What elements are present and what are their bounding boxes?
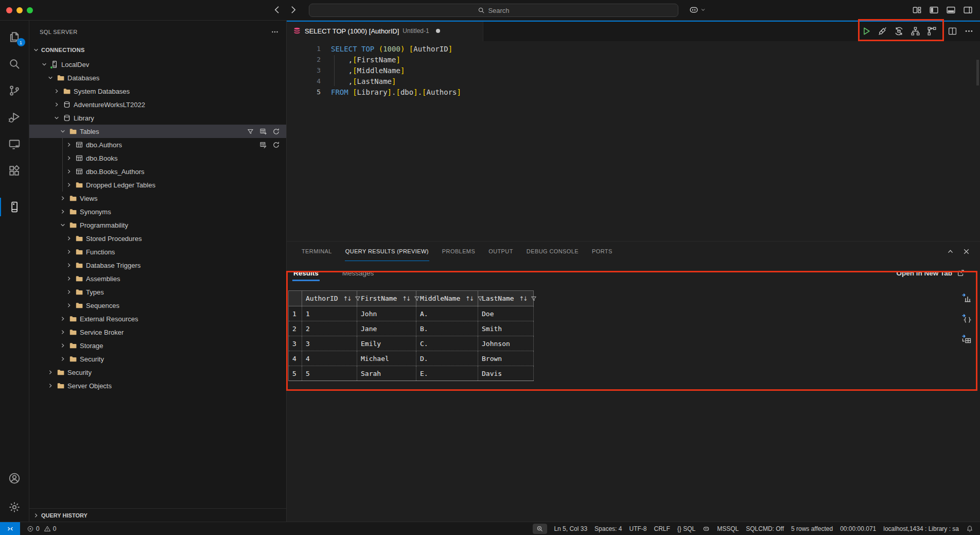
zoom-status-button[interactable] bbox=[533, 524, 547, 534]
open-in-new-tab-button[interactable]: Open in New Tab bbox=[896, 269, 965, 278]
tree-item-security-db[interactable]: Security bbox=[29, 352, 286, 366]
chevron-up-icon[interactable] bbox=[946, 247, 955, 256]
tree-item-functions[interactable]: Functions bbox=[29, 245, 286, 258]
back-arrow-icon[interactable] bbox=[272, 5, 282, 15]
tree-item-library[interactable]: Library bbox=[29, 111, 286, 125]
tree-item-dbo-books[interactable]: dbo.Books bbox=[29, 151, 286, 165]
tab-results[interactable]: Results bbox=[292, 266, 320, 280]
sort-icon[interactable]: ↑↓ bbox=[402, 295, 410, 302]
indentation-status[interactable]: Spaces: 4 bbox=[594, 525, 622, 532]
column-header-lastname[interactable]: LastName↑↓ bbox=[478, 291, 534, 306]
tab-ports[interactable]: PORTS bbox=[591, 241, 613, 261]
rows-affected-status[interactable]: 5 rows affected bbox=[791, 525, 833, 532]
refresh-icon[interactable] bbox=[272, 141, 280, 149]
tree-item-external-resources[interactable]: External Resources bbox=[29, 312, 286, 325]
filter-icon[interactable] bbox=[247, 128, 254, 135]
sort-icon[interactable]: ↑↓ bbox=[519, 295, 527, 302]
tree-item-system-databases[interactable]: System Databases bbox=[29, 84, 286, 98]
query-history-section-header[interactable]: QUERY HISTORY bbox=[29, 508, 286, 522]
tree-item-server-objects[interactable]: Server Objects bbox=[29, 379, 286, 392]
edit-table-icon[interactable] bbox=[259, 141, 267, 149]
copilot-status[interactable] bbox=[703, 525, 710, 532]
change-connection-button[interactable] bbox=[894, 26, 904, 36]
tab-output[interactable]: OUTPUT bbox=[488, 241, 514, 261]
split-editor-button[interactable] bbox=[948, 26, 957, 36]
tree-item-service-broker[interactable]: Service Broker bbox=[29, 325, 286, 339]
command-center-search[interactable]: Search bbox=[309, 4, 678, 17]
show-chart-icon[interactable] bbox=[961, 292, 972, 303]
cursor-position-status[interactable]: Ln 5, Col 33 bbox=[554, 525, 587, 532]
tree-item-localdev[interactable]: LocalDev bbox=[29, 58, 286, 71]
save-as-json-icon[interactable] bbox=[961, 313, 972, 323]
toggle-sidebar-right-icon[interactable] bbox=[963, 5, 973, 15]
sqlcmd-status[interactable]: SQLCMD: Off bbox=[746, 525, 784, 532]
disconnect-button[interactable] bbox=[878, 26, 887, 36]
accounts-button[interactable] bbox=[0, 465, 29, 492]
tree-item-dbo-authors[interactable]: dbo.Authors bbox=[29, 138, 286, 151]
tree-item-synonyms[interactable]: Synonyms bbox=[29, 205, 286, 218]
language-mode-status[interactable]: {} SQL bbox=[677, 525, 695, 532]
column-header-firstname[interactable]: FirstName↑↓ bbox=[357, 291, 416, 306]
editor-scrollbar[interactable] bbox=[976, 60, 979, 85]
tab-terminal[interactable]: TERMINAL bbox=[301, 241, 332, 261]
editor-tab-untitled-1[interactable]: SELECT TOP (1000) [AuthorID] Untitled-1 bbox=[287, 21, 483, 41]
query-time-status[interactable]: 00:00:00.071 bbox=[840, 525, 876, 532]
column-header-authorid[interactable]: AuthorID↑↓ bbox=[302, 291, 357, 306]
connection-status[interactable]: localhost,1434 : Library : sa bbox=[883, 525, 959, 532]
tree-item-security-server[interactable]: Security bbox=[29, 366, 286, 379]
forward-arrow-icon[interactable] bbox=[288, 5, 299, 15]
search-activity-button[interactable] bbox=[0, 50, 29, 77]
tree-item-dbo-books-authors[interactable]: dbo.Books_Authors bbox=[29, 165, 286, 178]
tree-item-databases[interactable]: Databases bbox=[29, 71, 286, 84]
tree-item-storage[interactable]: Storage bbox=[29, 339, 286, 352]
actual-plan-button[interactable] bbox=[927, 26, 937, 36]
sort-icon[interactable]: ↑↓ bbox=[343, 295, 351, 302]
remote-indicator[interactable] bbox=[0, 522, 20, 535]
tree-item-assemblies[interactable]: Assemblies bbox=[29, 272, 286, 285]
remote-explorer-activity-button[interactable] bbox=[0, 131, 29, 158]
tab-problems[interactable]: PROBLEMS bbox=[442, 241, 476, 261]
sql-server-activity-button[interactable] bbox=[0, 194, 29, 220]
filter-icon[interactable] bbox=[530, 295, 537, 302]
tree-item-types[interactable]: Types bbox=[29, 285, 286, 299]
toggle-panel-icon[interactable] bbox=[946, 5, 956, 15]
eol-status[interactable]: CRLF bbox=[654, 525, 670, 532]
tree-item-dropped-ledger-tables[interactable]: Dropped Ledger Tables bbox=[29, 178, 286, 192]
encoding-status[interactable]: UTF-8 bbox=[629, 525, 646, 532]
close-window-button[interactable] bbox=[6, 7, 12, 13]
copilot-menu[interactable] bbox=[689, 5, 706, 15]
run-query-button[interactable] bbox=[861, 26, 871, 36]
column-header-middlename[interactable]: MiddleName↑↓ bbox=[416, 291, 478, 306]
tab-query-results[interactable]: QUERY RESULTS (PREVIEW) bbox=[345, 241, 429, 261]
tree-item-adventureworkslt2022[interactable]: AdventureWorksLT2022 bbox=[29, 98, 286, 111]
tree-item-programmability[interactable]: Programmability bbox=[29, 218, 286, 232]
estimated-plan-button[interactable] bbox=[911, 26, 920, 36]
tree-item-tables[interactable]: Tables bbox=[29, 125, 286, 138]
tree-item-stored-procedures[interactable]: Stored Procedures bbox=[29, 232, 286, 245]
notifications-bell[interactable] bbox=[966, 525, 973, 532]
tab-messages[interactable]: Messages bbox=[341, 266, 375, 280]
sort-icon[interactable]: ↑↓ bbox=[465, 295, 473, 302]
close-panel-icon[interactable] bbox=[962, 247, 971, 256]
tab-debug-console[interactable]: DEBUG CONSOLE bbox=[526, 241, 579, 261]
settings-button[interactable] bbox=[0, 494, 29, 521]
maximize-window-button[interactable] bbox=[27, 7, 33, 13]
new-table-icon[interactable] bbox=[259, 128, 267, 135]
modified-dot-icon[interactable] bbox=[436, 29, 440, 33]
more-actions-icon[interactable] bbox=[964, 26, 974, 36]
tree-item-database-triggers[interactable]: Database Triggers bbox=[29, 258, 286, 272]
tree-item-sequences[interactable]: Sequences bbox=[29, 299, 286, 312]
tree-item-views[interactable]: Views bbox=[29, 192, 286, 205]
refresh-icon[interactable] bbox=[272, 128, 280, 135]
customize-layout-icon[interactable] bbox=[912, 5, 922, 15]
more-actions-icon[interactable] bbox=[271, 28, 279, 36]
connections-section-header[interactable]: CONNECTIONS bbox=[29, 43, 286, 57]
minimize-window-button[interactable] bbox=[16, 7, 23, 13]
code-editor[interactable]: 1 SELECT TOP (1000) [AuthorID] 2 ,[First… bbox=[287, 41, 980, 241]
toggle-sidebar-left-icon[interactable] bbox=[929, 5, 939, 15]
explorer-activity-button[interactable]: 1 bbox=[0, 24, 29, 50]
mssql-status[interactable]: MSSQL bbox=[717, 525, 739, 532]
extensions-activity-button[interactable] bbox=[0, 158, 29, 184]
problems-status[interactable]: 0 0 bbox=[27, 525, 56, 532]
save-as-csv-icon[interactable] bbox=[961, 334, 972, 344]
